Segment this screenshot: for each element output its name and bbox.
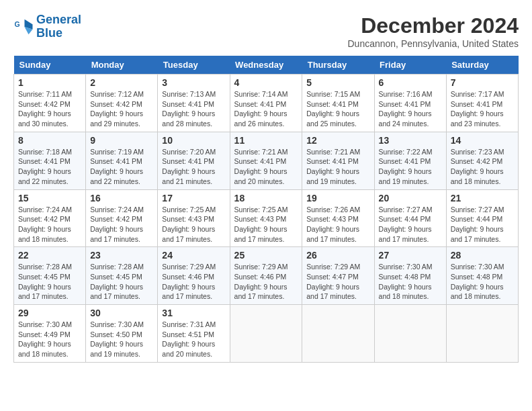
day-number: 21 [451,193,514,203]
day-info: Sunrise: 7:29 AM Sunset: 4:46 PM Dayligh… [162,262,225,302]
day-info: Sunrise: 7:12 AM Sunset: 4:42 PM Dayligh… [90,89,153,129]
day-cell: 3 Sunrise: 7:13 AM Sunset: 4:41 PM Dayli… [158,75,230,132]
day-info: Sunrise: 7:21 AM Sunset: 4:41 PM Dayligh… [306,147,369,187]
day-number: 28 [451,250,514,261]
day-number: 3 [162,77,225,88]
day-cell: 27 Sunrise: 7:30 AM Sunset: 4:48 PM Dayl… [374,247,446,305]
title-area: December 2024 Duncannon, Pennsylvania, U… [348,13,519,49]
week-row-4: 22 Sunrise: 7:28 AM Sunset: 4:45 PM Dayl… [14,247,519,305]
day-cell: 6 Sunrise: 7:16 AM Sunset: 4:41 PM Dayli… [374,75,446,132]
day-info: Sunrise: 7:23 AM Sunset: 4:42 PM Dayligh… [451,147,514,187]
day-info: Sunrise: 7:13 AM Sunset: 4:41 PM Dayligh… [162,89,225,129]
day-cell: 24 Sunrise: 7:29 AM Sunset: 4:46 PM Dayl… [158,247,230,305]
weekday-header-tuesday: Tuesday [158,56,230,75]
day-info: Sunrise: 7:16 AM Sunset: 4:41 PM Dayligh… [379,89,442,129]
weekday-header-wednesday: Wednesday [230,56,302,75]
day-info: Sunrise: 7:17 AM Sunset: 4:41 PM Dayligh… [451,89,514,129]
weekday-header-monday: Monday [86,56,158,75]
weekday-header-saturday: Saturday [446,56,518,75]
day-cell: 11 Sunrise: 7:21 AM Sunset: 4:41 PM Dayl… [230,132,302,189]
day-info: Sunrise: 7:21 AM Sunset: 4:41 PM Dayligh… [234,147,298,187]
day-cell: 29 Sunrise: 7:30 AM Sunset: 4:49 PM Dayl… [14,305,86,363]
day-cell: 7 Sunrise: 7:17 AM Sunset: 4:41 PM Dayli… [446,75,518,132]
day-cell: 9 Sunrise: 7:19 AM Sunset: 4:41 PM Dayli… [86,132,158,189]
month-title: December 2024 [348,13,519,38]
logo-blue: Blue [36,26,62,40]
day-cell: 30 Sunrise: 7:30 AM Sunset: 4:50 PM Dayl… [86,305,158,363]
day-cell: 16 Sunrise: 7:24 AM Sunset: 4:42 PM Dayl… [86,189,158,247]
logo: G General Blue [13,13,81,40]
calendar-table: SundayMondayTuesdayWednesdayThursdayFrid… [13,56,519,363]
day-number: 27 [379,250,442,261]
day-cell: 23 Sunrise: 7:28 AM Sunset: 4:45 PM Dayl… [86,247,158,305]
svg-text:G: G [15,20,20,28]
day-info: Sunrise: 7:30 AM Sunset: 4:48 PM Dayligh… [379,262,442,302]
day-info: Sunrise: 7:25 AM Sunset: 4:43 PM Dayligh… [162,205,225,244]
location: Duncannon, Pennsylvania, United States [348,38,519,49]
weekday-header-sunday: Sunday [14,56,86,75]
day-cell: 15 Sunrise: 7:24 AM Sunset: 4:42 PM Dayl… [14,189,86,247]
day-number: 14 [451,135,514,146]
day-number: 24 [162,250,225,261]
day-number: 23 [90,250,153,261]
day-number: 8 [18,135,81,146]
week-row-2: 8 Sunrise: 7:18 AM Sunset: 4:41 PM Dayli… [14,132,519,189]
day-info: Sunrise: 7:11 AM Sunset: 4:42 PM Dayligh… [18,89,81,129]
day-cell: 14 Sunrise: 7:23 AM Sunset: 4:42 PM Dayl… [446,132,518,189]
day-info: Sunrise: 7:14 AM Sunset: 4:41 PM Dayligh… [234,89,298,129]
day-cell: 26 Sunrise: 7:29 AM Sunset: 4:47 PM Dayl… [302,247,374,305]
day-info: Sunrise: 7:27 AM Sunset: 4:44 PM Dayligh… [451,205,514,244]
day-cell: 12 Sunrise: 7:21 AM Sunset: 4:41 PM Dayl… [302,132,374,189]
day-number: 29 [18,308,81,318]
day-number: 26 [306,250,369,261]
week-row-5: 29 Sunrise: 7:30 AM Sunset: 4:49 PM Dayl… [14,305,519,363]
day-number: 11 [234,135,298,146]
day-cell: 28 Sunrise: 7:30 AM Sunset: 4:48 PM Dayl… [446,247,518,305]
day-info: Sunrise: 7:30 AM Sunset: 4:48 PM Dayligh… [451,262,514,302]
day-cell: 13 Sunrise: 7:22 AM Sunset: 4:41 PM Dayl… [374,132,446,189]
day-number: 16 [90,193,153,203]
day-number: 9 [90,135,153,146]
week-row-3: 15 Sunrise: 7:24 AM Sunset: 4:42 PM Dayl… [14,189,519,247]
day-info: Sunrise: 7:15 AM Sunset: 4:41 PM Dayligh… [306,89,369,129]
weekday-header-friday: Friday [374,56,446,75]
day-info: Sunrise: 7:26 AM Sunset: 4:43 PM Dayligh… [306,205,369,244]
day-info: Sunrise: 7:22 AM Sunset: 4:41 PM Dayligh… [379,147,442,187]
day-info: Sunrise: 7:28 AM Sunset: 4:45 PM Dayligh… [90,262,153,302]
day-cell: 18 Sunrise: 7:25 AM Sunset: 4:43 PM Dayl… [230,189,302,247]
header: G General Blue December 2024 Duncannon, … [13,13,519,49]
day-number: 31 [162,308,225,318]
logo-text: General Blue [36,13,81,40]
day-number: 4 [234,77,298,88]
weekday-header-row: SundayMondayTuesdayWednesdayThursdayFrid… [14,56,519,75]
day-info: Sunrise: 7:24 AM Sunset: 4:42 PM Dayligh… [18,205,81,244]
day-cell: 17 Sunrise: 7:25 AM Sunset: 4:43 PM Dayl… [158,189,230,247]
day-number: 17 [162,193,225,203]
day-info: Sunrise: 7:25 AM Sunset: 4:43 PM Dayligh… [234,205,298,244]
day-cell: 19 Sunrise: 7:26 AM Sunset: 4:43 PM Dayl… [302,189,374,247]
day-cell: 25 Sunrise: 7:29 AM Sunset: 4:46 PM Dayl… [230,247,302,305]
day-cell [374,305,446,363]
day-info: Sunrise: 7:20 AM Sunset: 4:41 PM Dayligh… [162,147,225,187]
day-cell: 20 Sunrise: 7:27 AM Sunset: 4:44 PM Dayl… [374,189,446,247]
day-info: Sunrise: 7:29 AM Sunset: 4:47 PM Dayligh… [306,262,369,302]
day-info: Sunrise: 7:28 AM Sunset: 4:45 PM Dayligh… [18,262,81,302]
day-info: Sunrise: 7:30 AM Sunset: 4:49 PM Dayligh… [18,320,81,359]
day-number: 19 [306,193,369,203]
day-cell [230,305,302,363]
day-number: 7 [451,77,514,88]
day-number: 22 [18,250,81,261]
week-row-1: 1 Sunrise: 7:11 AM Sunset: 4:42 PM Dayli… [14,75,519,132]
day-cell: 21 Sunrise: 7:27 AM Sunset: 4:44 PM Dayl… [446,189,518,247]
day-cell: 8 Sunrise: 7:18 AM Sunset: 4:41 PM Dayli… [14,132,86,189]
day-info: Sunrise: 7:29 AM Sunset: 4:46 PM Dayligh… [234,262,298,302]
day-cell [302,305,374,363]
day-cell: 4 Sunrise: 7:14 AM Sunset: 4:41 PM Dayli… [230,75,302,132]
day-info: Sunrise: 7:30 AM Sunset: 4:50 PM Dayligh… [90,320,153,359]
day-number: 30 [90,308,153,318]
logo-general: General [36,13,81,26]
day-number: 6 [379,77,442,88]
day-number: 20 [379,193,442,203]
day-info: Sunrise: 7:24 AM Sunset: 4:42 PM Dayligh… [90,205,153,244]
day-number: 1 [18,77,81,88]
